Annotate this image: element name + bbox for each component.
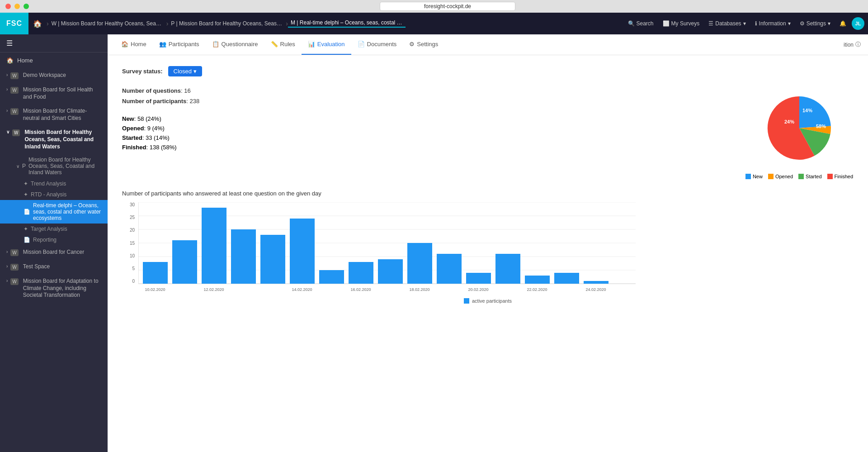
breadcrumb-item-0[interactable]: W | Mission Board for Healthy Oceans, Se… [49, 20, 166, 27]
sidebar-item-test-space[interactable]: › W Test Space [0, 260, 108, 274]
sidebar-label-oceans: Mission Board for Healthy Oceans, Seas, … [24, 129, 101, 150]
tab-evaluation[interactable]: 📊 Evaluation [302, 34, 351, 55]
documents-tab-icon: 📄 [358, 41, 365, 48]
bell-icon: 🔔 [840, 20, 846, 27]
x-label-5: 14.02.2020 [292, 287, 312, 292]
x-label-13: 22.02.2020 [527, 287, 547, 292]
legend-started-dot [798, 174, 804, 179]
sidebar-item-soil-health[interactable]: › W Mission Board for Soil Health and Fo… [0, 83, 108, 104]
home-tab-icon: 🏠 [121, 41, 128, 48]
sidebar-child-label-oceans-p: Mission Board for Healthy Oceans, Seas, … [28, 157, 101, 176]
sidebar-item-cancer[interactable]: › W Mission Board for Cancer [0, 245, 108, 260]
finished-stat: Finished: 138 (58%) [122, 144, 727, 151]
rtd-analysis-icon: ✦ [24, 191, 28, 198]
num-questions-value: 16 [184, 87, 190, 94]
y-axis: 0 5 10 15 20 25 30 [122, 202, 137, 284]
tab-home[interactable]: 🏠 Home [115, 34, 153, 55]
sidebar-item-adaptation[interactable]: › W Mission Board for Adaptation to Clim… [0, 274, 108, 303]
information-nav-item[interactable]: ℹ Information ▾ [751, 19, 794, 29]
started-stat: Started: 33 (14%) [122, 134, 727, 141]
search-icon: 🔍 [628, 20, 635, 27]
pie-chart-container: 24% 58% 14% New Opened [745, 87, 854, 179]
chart-legend-dot [464, 298, 469, 304]
search-nav-item[interactable]: 🔍 Search [624, 19, 657, 29]
tab-documents[interactable]: 📄 Documents [351, 34, 403, 55]
legend-finished-dot [827, 174, 833, 179]
y-label-20: 20 [122, 228, 135, 233]
maximize-button[interactable] [24, 4, 29, 9]
sub-nav-right-label: ition [844, 42, 854, 48]
svg-text:58%: 58% [816, 124, 826, 129]
notifications-nav-item[interactable]: 🔔 [836, 19, 850, 29]
bar-15 [584, 281, 609, 284]
sidebar-child-reporting[interactable]: 📄 Reporting [0, 234, 108, 245]
tab-participants[interactable]: 👥 Participants [153, 34, 206, 55]
home-icon[interactable]: 🏠 [28, 19, 47, 28]
climate-badge: W [10, 108, 18, 115]
bar-5 [290, 219, 315, 284]
sidebar-child-oceans-p[interactable]: ∨ P Mission Board for Healthy Oceans, Se… [0, 154, 108, 178]
user-avatar[interactable]: JL [852, 17, 864, 30]
new-stat: New: 58 (24%) [122, 115, 727, 122]
sub-nav: 🏠 Home 👥 Participants 📋 Questionnaire 📏 … [108, 34, 868, 55]
my-surveys-label: My Surveys [671, 20, 700, 27]
sidebar-child-trend-analysis[interactable]: ✦ Trend Analysis [0, 178, 108, 189]
sidebar-item-oceans[interactable]: ∨ W Mission Board for Healthy Oceans, Se… [0, 125, 108, 154]
rules-tab-icon: 📏 [271, 41, 278, 48]
tab-evaluation-label: Evaluation [317, 41, 345, 48]
breadcrumb-nav: W | Mission Board for Healthy Oceans, Se… [49, 19, 624, 28]
breadcrumb-item-2[interactable]: M | Real-time delphi – Oceans, seas, cos… [288, 19, 406, 28]
fsc-logo[interactable]: FSC [0, 13, 28, 34]
num-participants-row: Number of participants: 238 [122, 98, 727, 105]
sub-nav-info-icon[interactable]: ⓘ [855, 41, 861, 48]
x-label-9: 18.02.2020 [409, 287, 429, 292]
evaluation-tab-icon: 📊 [308, 41, 315, 48]
pie-chart-section: 24% 58% 14% New Opened [745, 87, 854, 179]
oceans-badge: W [12, 129, 20, 136]
num-questions-row: Number of questions: 16 [122, 87, 727, 94]
bar-8 [378, 259, 403, 284]
cancer-badge: W [10, 249, 18, 256]
sidebar-child-realtime-delphi[interactable]: 📄 Real-time delphi – Oceans, seas, costa… [0, 200, 108, 224]
questionnaire-tab-icon: 📋 [212, 41, 219, 48]
svg-text:14%: 14% [802, 108, 812, 113]
legend-started: Started [798, 174, 821, 179]
new-value: 58 (24%) [137, 115, 161, 122]
bar-12 [495, 254, 520, 284]
target-analysis-icon: ✦ [24, 226, 28, 232]
stats-left: Number of questions: 16 Number of partic… [122, 87, 727, 179]
sidebar-label-adaptation: Mission Board for Adaptation to Climate … [23, 278, 101, 299]
sidebar-child-rtd-analysis[interactable]: ✦ RTD - Analysis [0, 189, 108, 200]
breadcrumb-item-1[interactable]: P | Mission Board for Healthy Oceans, Se… [168, 20, 286, 27]
bar-chart-wrapper: 0 5 10 15 20 25 30 [122, 202, 854, 293]
legend-started-label: Started [806, 174, 821, 179]
sidebar-label-cancer: Mission Board for Cancer [23, 249, 84, 256]
sidebar-item-climate[interactable]: › W Mission Board for Climate-neutral an… [0, 104, 108, 125]
my-surveys-nav-item[interactable]: ⬜ My Surveys [659, 19, 703, 29]
minimize-button[interactable] [14, 4, 20, 9]
status-badge[interactable]: Closed ▾ [168, 66, 202, 76]
databases-nav-item[interactable]: ☰ Databases ▾ [705, 19, 749, 29]
sidebar-item-demo-workspace[interactable]: › W Demo Workspace [0, 68, 108, 83]
svg-text:24%: 24% [784, 119, 794, 124]
bar-10 [437, 254, 462, 284]
nav-actions: 🔍 Search ⬜ My Surveys ☰ Databases ▾ ℹ In… [624, 17, 868, 30]
sidebar-child-label-reporting: Reporting [33, 237, 57, 243]
chevron-right-icon-cancer: › [6, 249, 8, 255]
y-label-25: 25 [122, 215, 135, 220]
settings-nav-item[interactable]: ⚙ Settings ▾ [796, 19, 834, 29]
bar-9 [407, 243, 432, 284]
y-label-15: 15 [122, 241, 135, 246]
sidebar-child-target-analysis[interactable]: ✦ Target Analysis [0, 224, 108, 234]
bar-chart-svg: 10.02.2020 12.02.2020 14.02.2020 16.02.2… [138, 202, 636, 293]
legend-opened: Opened [768, 174, 793, 179]
hamburger-icon[interactable]: ☰ [6, 39, 13, 48]
sidebar-home-item[interactable]: 🏠 Home [0, 52, 108, 68]
tab-rules[interactable]: 📏 Rules [264, 34, 302, 55]
status-value: Closed [174, 68, 192, 75]
tab-questionnaire[interactable]: 📋 Questionnaire [206, 34, 264, 55]
settings-gear-icon: ⚙ [800, 20, 805, 27]
url-display[interactable]: foresight-cockpit.de [380, 2, 515, 11]
tab-settings[interactable]: ⚙ Settings [403, 34, 444, 55]
close-button[interactable] [5, 4, 11, 9]
